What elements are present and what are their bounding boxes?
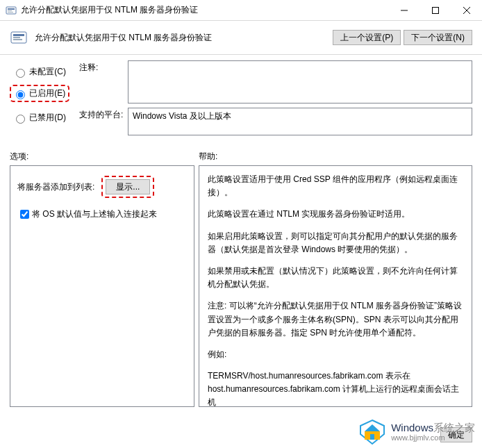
radio-not-configured[interactable]: 未配置(C) [13, 66, 79, 78]
highlight-show-button: 显示... [101, 176, 154, 198]
comment-label: 注释: [79, 60, 128, 103]
show-button[interactable]: 显示... [106, 179, 150, 194]
minimize-button[interactable] [388, 0, 419, 21]
app-icon [6, 5, 17, 16]
footer-buttons: 确定 [440, 427, 472, 442]
radio-enabled-input[interactable] [16, 90, 25, 99]
options-section-label: 选项: [10, 151, 199, 163]
window-title: 允许分配默认凭据用于仅 NTLM 服务器身份验证 [21, 4, 388, 16]
policy-title: 允许分配默认凭据用于仅 NTLM 服务器身份验证 [35, 32, 330, 44]
help-paragraph: TERMSRV/host.humanresources.fabrikam.com… [208, 370, 463, 407]
config-area: 未配置(C) 已启用(E) 已禁用(D) 注释: 支持的平台: Windows … [0, 55, 482, 141]
link-defaults-label: 将 OS 默认值与上述输入连接起来 [32, 208, 157, 220]
help-paragraph: 此策略设置适用于使用 Cred SSP 组件的应用程序（例如远程桌面连接）。 [208, 173, 463, 199]
svg-rect-2 [8, 10, 12, 11]
radio-group: 未配置(C) 已启用(E) 已禁用(D) [13, 60, 79, 140]
radio-disabled-input[interactable] [16, 115, 25, 124]
previous-setting-button[interactable]: 上一个设置(P) [333, 30, 401, 45]
help-section-label: 帮助: [199, 151, 217, 163]
ok-button[interactable]: 确定 [440, 427, 472, 442]
fields-column: 注释: 支持的平台: Windows Vista 及以上版本 [79, 60, 472, 140]
link-defaults-row[interactable]: 将 OS 默认值与上述输入连接起来 [17, 208, 187, 221]
svg-rect-5 [432, 7, 438, 13]
svg-rect-10 [13, 37, 20, 38]
section-labels: 选项: 帮助: [0, 141, 482, 165]
next-setting-button[interactable]: 下一个设置(N) [404, 30, 472, 45]
options-panel: 将服务器添加到列表: 显示... 将 OS 默认值与上述输入连接起来 [10, 165, 194, 407]
subheader: 允许分配默认凭据用于仅 NTLM 服务器身份验证 上一个设置(P) 下一个设置(… [0, 21, 482, 55]
link-defaults-checkbox[interactable] [20, 210, 29, 219]
help-paragraph: 例如: [208, 348, 463, 361]
lower-panels: 将服务器添加到列表: 显示... 将 OS 默认值与上述输入连接起来 此策略设置… [0, 165, 482, 407]
help-paragraph: 如果禁用或未配置（默认情况下）此策略设置，则不允许向任何计算机分配默认凭据。 [208, 265, 463, 291]
maximize-button[interactable] [419, 0, 451, 21]
radio-disabled-label: 已禁用(D) [29, 113, 66, 122]
radio-disabled[interactable]: 已禁用(D) [13, 112, 79, 124]
svg-rect-13 [365, 431, 380, 440]
svg-rect-1 [8, 8, 15, 10]
svg-marker-12 [360, 420, 384, 444]
platform-row: 支持的平台: Windows Vista 及以上版本 [79, 108, 472, 135]
svg-rect-15 [370, 434, 374, 440]
titlebar: 允许分配默认凭据用于仅 NTLM 服务器身份验证 [0, 0, 482, 21]
add-server-row: 将服务器添加到列表: 显示... [17, 176, 187, 198]
radio-not-configured-label: 未配置(C) [29, 67, 66, 76]
help-paragraph: 如果启用此策略设置，则可以指定可向其分配用户的默认凭据的服务器（默认凭据是首次登… [208, 230, 463, 256]
comment-row: 注释: [79, 60, 472, 103]
help-paragraph: 此策略设置在通过 NTLM 实现服务器身份验证时适用。 [208, 208, 463, 221]
comment-textarea[interactable] [128, 60, 472, 103]
svg-rect-9 [13, 34, 24, 36]
watermark-logo-icon [358, 417, 387, 447]
help-paragraph: 注意: 可以将“允许分配默认凭据用于仅 NTLM 服务器身份验证”策略设置设置为… [208, 299, 463, 340]
radio-enabled-label: 已启用(E) [29, 88, 65, 98]
highlight-enabled: 已启用(E) [10, 85, 69, 102]
add-server-label: 将服务器添加到列表: [17, 181, 94, 193]
radio-not-configured-input[interactable] [16, 69, 25, 78]
help-panel[interactable]: 此策略设置适用于使用 Cred SSP 组件的应用程序（例如远程桌面连接）。 此… [199, 165, 472, 407]
policy-icon [10, 28, 29, 47]
close-button[interactable] [451, 0, 482, 21]
svg-rect-3 [8, 12, 13, 13]
radio-enabled[interactable]: 已启用(E) [13, 88, 65, 99]
svg-rect-11 [13, 39, 22, 40]
platform-box: Windows Vista 及以上版本 [128, 108, 472, 135]
platform-label: 支持的平台: [79, 108, 128, 135]
svg-marker-14 [365, 424, 380, 431]
